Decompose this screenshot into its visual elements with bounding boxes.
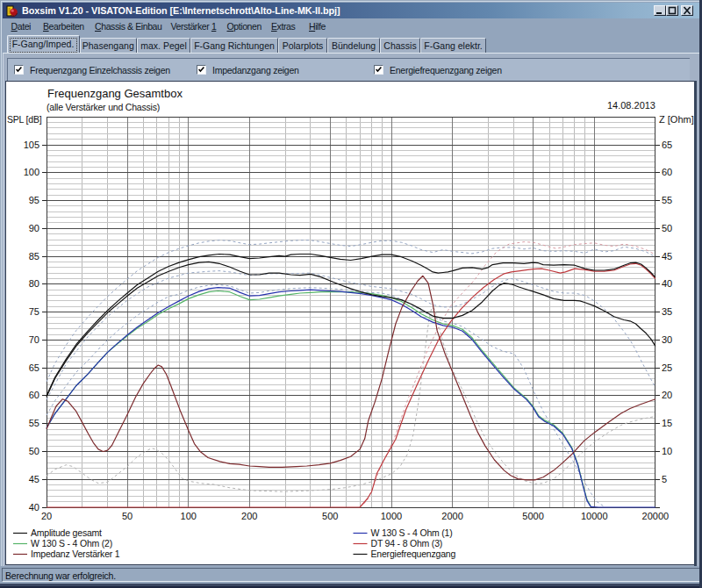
svg-text:40: 40 (662, 278, 672, 289)
svg-text:60: 60 (662, 167, 672, 177)
svg-text:1000: 1000 (381, 511, 402, 521)
svg-text:90: 90 (29, 223, 39, 233)
svg-text:35: 35 (662, 306, 672, 317)
svg-text:100: 100 (181, 511, 197, 521)
svg-text:W 130 S - 4 Ohm (1): W 130 S - 4 Ohm (1) (371, 527, 453, 538)
svg-text:Impedanz Verstärker 1: Impedanz Verstärker 1 (31, 549, 120, 559)
svg-text:100: 100 (24, 167, 39, 177)
svg-text:105: 105 (24, 140, 39, 150)
svg-text:DT 94 - 8 Ohm (3): DT 94 - 8 Ohm (3) (371, 538, 443, 549)
svg-text:25: 25 (662, 362, 672, 373)
svg-text:40: 40 (29, 502, 39, 513)
svg-text:50: 50 (122, 511, 133, 521)
svg-text:95: 95 (29, 195, 39, 205)
svg-text:60: 60 (29, 390, 39, 400)
svg-text:15: 15 (662, 418, 672, 428)
svg-text:20: 20 (662, 390, 672, 400)
svg-text:500: 500 (322, 511, 338, 521)
svg-text:50: 50 (29, 446, 39, 456)
svg-text:45: 45 (662, 251, 672, 262)
svg-text:5000: 5000 (522, 511, 543, 521)
svg-text:10000: 10000 (581, 511, 608, 521)
svg-text:W 130 S - 4 Ohm (2): W 130 S - 4 Ohm (2) (31, 538, 112, 549)
svg-text:85: 85 (29, 251, 39, 262)
svg-text:2000: 2000 (441, 511, 462, 521)
svg-text:Energiefrequenzgang: Energiefrequenzgang (371, 549, 456, 559)
svg-text:10: 10 (662, 446, 672, 456)
svg-text:75: 75 (29, 306, 39, 317)
svg-text:55: 55 (662, 195, 672, 205)
svg-text:Z [Ohm]: Z [Ohm] (659, 114, 694, 125)
svg-text:20000: 20000 (642, 511, 670, 521)
svg-text:(alle Verstärker und Chassis): (alle Verstärker und Chassis) (47, 102, 160, 112)
svg-text:50: 50 (662, 223, 672, 233)
svg-text:SPL [dB]: SPL [dB] (7, 114, 42, 125)
svg-text:65: 65 (29, 362, 39, 373)
svg-text:20: 20 (41, 511, 52, 521)
svg-text:45: 45 (29, 474, 39, 484)
svg-text:55: 55 (29, 418, 39, 428)
svg-text:5: 5 (662, 474, 667, 484)
svg-text:Amplitude gesamt: Amplitude gesamt (31, 527, 102, 538)
svg-text:200: 200 (241, 511, 257, 521)
svg-text:70: 70 (29, 334, 39, 345)
svg-text:65: 65 (662, 140, 672, 150)
svg-text:30: 30 (662, 334, 672, 345)
svg-text:Frequenzgang Gesamtbox: Frequenzgang Gesamtbox (47, 87, 183, 100)
svg-text:80: 80 (29, 278, 39, 289)
svg-text:14.08.2013: 14.08.2013 (607, 100, 655, 111)
